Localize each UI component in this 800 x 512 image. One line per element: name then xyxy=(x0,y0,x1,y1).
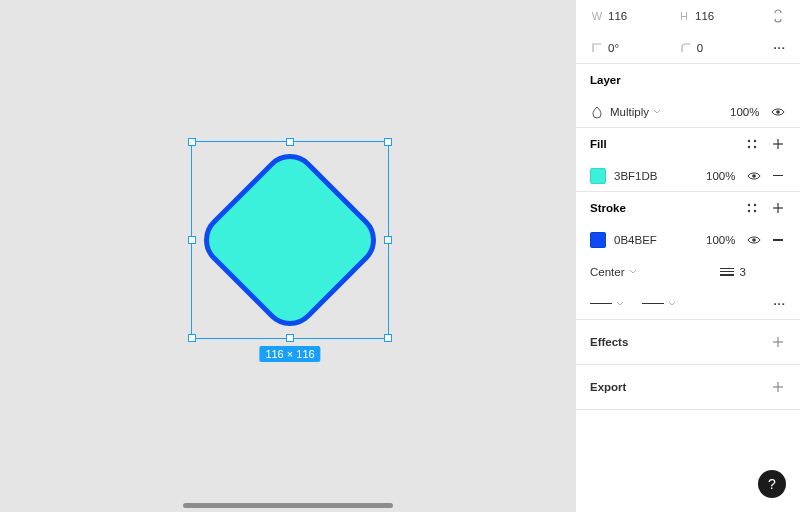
corner-radius-input[interactable]: 0 xyxy=(697,42,729,54)
stroke-hex-input[interactable]: 0B4BEF xyxy=(614,234,706,246)
blend-mode-dropdown[interactable]: Multiply xyxy=(610,106,730,118)
height-input[interactable]: 116 xyxy=(695,10,727,22)
fill-visibility-toggle[interactable] xyxy=(746,168,762,184)
svg-point-10 xyxy=(748,210,750,212)
stroke-styles-icon[interactable] xyxy=(744,200,760,216)
effects-section[interactable]: Effects xyxy=(576,320,800,365)
svg-point-4 xyxy=(754,146,756,148)
svg-point-1 xyxy=(748,140,750,142)
stroke-start-cap-dropdown[interactable] xyxy=(590,298,624,310)
resize-handle-bm[interactable] xyxy=(286,334,294,342)
svg-point-3 xyxy=(748,146,750,148)
inspector-panel: W 116 H 116 0° 0 ··· Layer xyxy=(575,0,800,512)
selected-shape[interactable]: 116 × 116 xyxy=(191,141,389,339)
layer-title: Layer xyxy=(590,74,786,86)
fill-styles-icon[interactable] xyxy=(744,136,760,152)
fill-section-header: Fill xyxy=(576,128,800,160)
help-button[interactable]: ? xyxy=(758,470,786,498)
stroke-section-header: Stroke xyxy=(576,192,800,224)
svg-point-11 xyxy=(754,210,756,212)
export-title: Export xyxy=(590,381,770,393)
fill-row: 3BF1DB 100% xyxy=(576,160,800,192)
chevron-down-icon xyxy=(629,266,637,278)
chevron-down-icon xyxy=(653,106,661,118)
chevron-down-icon xyxy=(616,298,624,310)
resize-handle-tr[interactable] xyxy=(384,138,392,146)
svg-point-7 xyxy=(752,174,756,178)
dimensions-row-rc: 0° 0 ··· xyxy=(576,32,800,64)
chevron-down-icon xyxy=(668,298,676,310)
add-stroke-button[interactable] xyxy=(770,200,786,216)
resize-handle-tm[interactable] xyxy=(286,138,294,146)
stroke-weight-input[interactable]: 3 xyxy=(740,266,746,278)
fill-title: Fill xyxy=(590,138,744,150)
height-label: H xyxy=(677,10,691,22)
stroke-row: 0B4BEF 100% xyxy=(576,224,800,256)
remove-stroke-button[interactable] xyxy=(770,232,786,248)
effects-title: Effects xyxy=(590,336,770,348)
stroke-visibility-toggle[interactable] xyxy=(746,232,762,248)
svg-point-14 xyxy=(752,238,756,242)
blend-mode-value: Multiply xyxy=(610,106,649,118)
resize-handle-br[interactable] xyxy=(384,334,392,342)
fill-opacity-input[interactable]: 100% xyxy=(706,170,746,182)
selection-bounds xyxy=(191,141,389,339)
stroke-end-cap-dropdown[interactable] xyxy=(642,298,676,310)
svg-point-8 xyxy=(748,204,750,206)
svg-point-9 xyxy=(754,204,756,206)
resize-handle-bl[interactable] xyxy=(188,334,196,342)
dimensions-row-wh: W 116 H 116 xyxy=(576,0,800,32)
selection-dimensions-badge: 116 × 116 xyxy=(259,346,320,362)
constrain-proportions-icon[interactable] xyxy=(770,8,786,24)
width-input[interactable]: 116 xyxy=(608,10,640,22)
rotation-icon xyxy=(590,40,604,56)
blend-mode-icon xyxy=(590,105,604,119)
more-stroke-options[interactable]: ··· xyxy=(773,298,786,310)
export-section[interactable]: Export xyxy=(576,365,800,410)
remove-fill-button[interactable] xyxy=(770,168,786,184)
layer-blend-row: Multiply 100% xyxy=(576,96,800,128)
layer-opacity-input[interactable]: 100% xyxy=(730,106,770,118)
fill-hex-input[interactable]: 3BF1DB xyxy=(614,170,706,182)
layer-visibility-toggle[interactable] xyxy=(770,104,786,120)
stroke-options-row: Center 3 xyxy=(576,256,800,288)
layer-section-header: Layer xyxy=(576,64,800,96)
add-fill-button[interactable] xyxy=(770,136,786,152)
svg-point-0 xyxy=(776,110,780,114)
stroke-align-value: Center xyxy=(590,266,625,278)
home-indicator xyxy=(183,503,393,508)
resize-handle-rm[interactable] xyxy=(384,236,392,244)
stroke-endcap-row: ··· xyxy=(576,288,800,320)
stroke-align-dropdown[interactable]: Center xyxy=(590,266,720,278)
stroke-weight-icon xyxy=(720,268,734,277)
stroke-opacity-input[interactable]: 100% xyxy=(706,234,746,246)
width-label: W xyxy=(590,10,604,22)
resize-handle-tl[interactable] xyxy=(188,138,196,146)
more-dimension-options[interactable]: ··· xyxy=(773,42,786,54)
rotation-input[interactable]: 0° xyxy=(608,42,640,54)
corner-radius-icon xyxy=(679,40,693,56)
stroke-color-swatch[interactable] xyxy=(590,232,606,248)
add-export-button[interactable] xyxy=(770,379,786,395)
fill-color-swatch[interactable] xyxy=(590,168,606,184)
canvas[interactable]: 116 × 116 xyxy=(0,0,575,512)
add-effect-button[interactable] xyxy=(770,334,786,350)
resize-handle-lm[interactable] xyxy=(188,236,196,244)
svg-point-2 xyxy=(754,140,756,142)
stroke-title: Stroke xyxy=(590,202,744,214)
